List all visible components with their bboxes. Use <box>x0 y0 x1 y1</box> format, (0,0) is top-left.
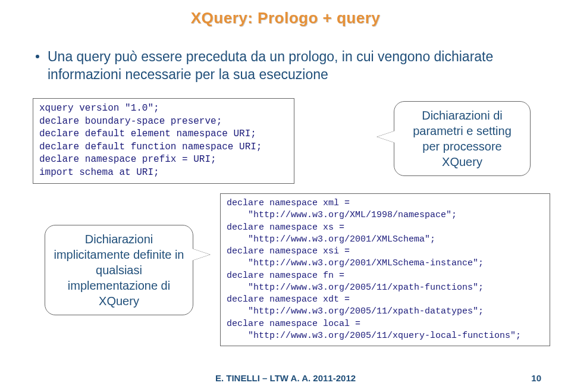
code-line: "http://www.w3.org/2005/11/xpath-functio… <box>227 282 544 294</box>
code-line: "http://www.w3.org/2005/11/xpath-datatyp… <box>227 306 544 318</box>
code-line: declare namespace xsi = <box>227 246 544 258</box>
code-line: xquery version "1.0"; <box>39 102 288 115</box>
callout-tail-icon <box>192 249 210 261</box>
callout-parametri: Dichiarazioni di parametri e setting per… <box>394 101 531 176</box>
code-line: "http://www.w3.org/2001/XMLSchema-instan… <box>227 258 544 269</box>
code-box-prologo: xquery version "1.0"; declare boundary-s… <box>33 98 294 184</box>
callout-dichiarazioni-implicite: Dichiarazioni implicitamente definite in… <box>45 225 193 315</box>
code-line: "http://www.w3.org/2001/XMLSchema"; <box>227 234 544 246</box>
code-line: declare namespace fn = <box>227 270 544 282</box>
code-line: declare namespace xs = <box>227 222 544 234</box>
bullet-row: Una query può essere preceduta da un pro… <box>36 48 547 84</box>
callout-tail-icon <box>377 131 395 143</box>
code-line: import schema at URI; <box>39 167 288 180</box>
code-line: declare namespace xdt = <box>227 294 544 306</box>
code-line: "http://www.w3.org/2005/11/xquery-local-… <box>227 330 544 342</box>
code-line: "http://www.w3.org/XML/1998/namespace"; <box>227 209 544 221</box>
bullet-dot-icon <box>36 55 39 58</box>
code-line: declare namespace prefix = URI; <box>39 153 288 167</box>
code-line: declare namespace local = <box>227 318 544 330</box>
callout-text: Dichiarazioni di parametri e setting per… <box>394 101 531 176</box>
callout-text: Dichiarazioni implicitamente definite in… <box>45 225 193 315</box>
code-line: declare boundary-space preserve; <box>39 115 288 128</box>
code-line: declare default element namespace URI; <box>39 128 288 141</box>
bullet-text: Una query può essere preceduta da un pro… <box>48 48 547 84</box>
slide-title: XQuery: Prologo + query <box>24 0 547 27</box>
page-number: 10 <box>531 373 541 383</box>
slide: XQuery: Prologo + query Una query può es… <box>0 0 571 392</box>
code-line: declare namespace xml = <box>227 197 544 209</box>
code-box-namespaces: declare namespace xml = "http://www.w3.o… <box>220 193 550 346</box>
footer-text: E. TINELLI – LTW A. A. 2011-2012 <box>0 373 571 383</box>
code-line: declare default function namespace URI; <box>39 141 288 154</box>
